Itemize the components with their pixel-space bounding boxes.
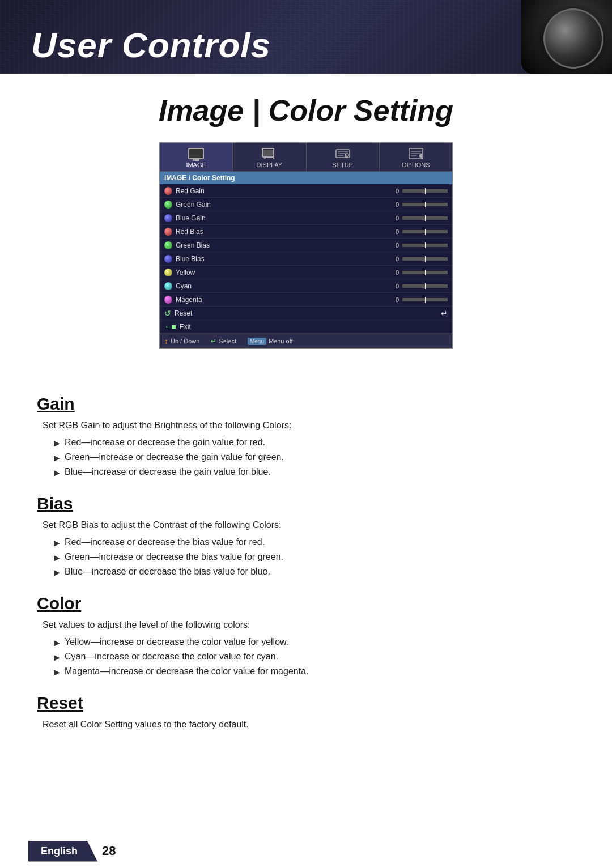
list-item: ▶ Red—increase or decrease the bias valu… xyxy=(54,537,575,547)
blue-gain-slider[interactable] xyxy=(402,216,448,220)
color-bullet-list: ▶ Yellow—increase or decrease the color … xyxy=(54,637,575,676)
camera-lens-decoration xyxy=(521,0,612,74)
list-item: ▶ Yellow—increase or decrease the color … xyxy=(54,637,575,647)
color-bullet-cyan: Cyan—increase or decrease the color valu… xyxy=(65,652,278,662)
menu-item-blue-gain[interactable]: Blue Gain 0 xyxy=(160,211,452,225)
list-item: ▶ Cyan—increase or decrease the color va… xyxy=(54,652,575,662)
menu-item-red-gain[interactable]: Red Gain 0 xyxy=(160,184,452,198)
red-gain-value: 0 xyxy=(388,188,399,194)
blue-gain-value: 0 xyxy=(388,215,399,222)
red-bias-value: 0 xyxy=(388,228,399,235)
color-title: Color xyxy=(37,594,575,613)
cyan-dot xyxy=(164,282,172,290)
bias-bullet-blue: Blue—increase or decrease the bias value… xyxy=(65,567,270,577)
menu-item-yellow[interactable]: Yellow 0 xyxy=(160,266,452,279)
cyan-label: Cyan xyxy=(176,282,388,290)
list-item: ▶ Magenta—increase or decrease the color… xyxy=(54,666,575,676)
green-bias-value: 0 xyxy=(388,242,399,249)
green-bias-dot xyxy=(164,241,172,249)
tab-options[interactable]: OPTIONS xyxy=(380,143,452,171)
gain-bullet-blue: Blue—increase or decrease the gain value… xyxy=(65,467,271,477)
blue-gain-label: Blue Gain xyxy=(176,214,388,222)
page-footer: English 28 xyxy=(0,834,612,868)
magenta-value: 0 xyxy=(388,296,399,303)
blue-bias-label: Blue Bias xyxy=(176,255,388,263)
list-item: ▶ Green—increase or decrease the gain va… xyxy=(54,452,575,462)
green-bias-label: Green Bias xyxy=(176,241,388,249)
tab-image[interactable]: IMAGE xyxy=(160,143,233,171)
svg-rect-1 xyxy=(264,150,273,156)
gain-bullet-green: Green—increase or decrease the gain valu… xyxy=(65,452,284,462)
magenta-dot xyxy=(164,296,172,304)
tab-display-label: DISPLAY xyxy=(257,161,283,168)
bias-intro: Set RGB Bias to adjust the Contrast of t… xyxy=(42,520,575,530)
menu-item-blue-bias[interactable]: Blue Bias 0 xyxy=(160,252,452,266)
red-gain-label: Red Gain xyxy=(176,187,388,195)
options-icon xyxy=(407,147,424,160)
bullet-arrow-icon: ▶ xyxy=(54,538,60,547)
green-gain-label: Green Gain xyxy=(176,201,388,209)
yellow-slider[interactable] xyxy=(402,271,448,274)
color-section: Color Set values to adjust the level of … xyxy=(37,594,575,676)
cyan-slider[interactable] xyxy=(402,284,448,288)
status-updown: ↕ Up / Down xyxy=(164,337,199,346)
tab-options-label: OPTIONS xyxy=(402,161,430,168)
tab-setup[interactable]: SETUP xyxy=(307,143,380,171)
reset-intro: Reset all Color Setting values to the fa… xyxy=(42,720,575,730)
red-bias-slider[interactable] xyxy=(402,230,448,233)
gain-bullet-red: Red—increase or decrease the gain value … xyxy=(65,437,265,448)
list-item: ▶ Green—increase or decrease the bias va… xyxy=(54,552,575,562)
tab-image-label: IMAGE xyxy=(186,161,206,168)
updown-arrow-icon: ↕ xyxy=(164,337,168,346)
bullet-arrow-icon: ▶ xyxy=(54,553,60,562)
reset-section: Reset Reset all Color Setting values to … xyxy=(37,693,575,730)
yellow-label: Yellow xyxy=(176,269,388,276)
green-gain-slider[interactable] xyxy=(402,203,448,206)
menu-item-green-bias[interactable]: Green Bias 0 xyxy=(160,239,452,252)
blue-bias-slider[interactable] xyxy=(402,257,448,261)
gain-section: Gain Set RGB Gain to adjust the Brightne… xyxy=(37,394,575,477)
bias-section: Bias Set RGB Bias to adjust the Contrast… xyxy=(37,494,575,577)
blue-bias-value: 0 xyxy=(388,256,399,262)
reset-label: Reset xyxy=(175,309,441,317)
page-title: User Controls xyxy=(31,25,271,65)
language-label: English xyxy=(41,845,78,857)
green-gain-value: 0 xyxy=(388,201,399,208)
list-item: ▶ Red—increase or decrease the gain valu… xyxy=(54,437,575,448)
gain-title: Gain xyxy=(37,394,575,414)
bias-bullet-green: Green—increase or decrease the bias valu… xyxy=(65,552,283,562)
magenta-slider[interactable] xyxy=(402,298,448,301)
green-bias-slider[interactable] xyxy=(402,244,448,247)
header-background: User Controls xyxy=(0,0,612,74)
bias-bullet-red: Red—increase or decrease the bias value … xyxy=(65,537,265,547)
bias-title: Bias xyxy=(37,494,575,513)
svg-point-7 xyxy=(346,155,347,156)
bullet-arrow-icon: ▶ xyxy=(54,439,60,448)
exit-icon: ←■ xyxy=(164,322,176,331)
list-item: ▶ Blue—increase or decrease the gain val… xyxy=(54,467,575,477)
menu-label: Menu xyxy=(248,338,266,345)
blue-bias-dot xyxy=(164,255,172,263)
menu-item-red-bias[interactable]: Red Bias 0 xyxy=(160,225,452,239)
menu-item-green-gain[interactable]: Green Gain 0 xyxy=(160,198,452,211)
red-gain-dot xyxy=(164,187,172,195)
red-bias-label: Red Bias xyxy=(176,228,388,236)
color-bullet-yellow: Yellow—increase or decrease the color va… xyxy=(65,637,288,647)
yellow-dot xyxy=(164,269,172,276)
status-menuoff: Menu Menu off xyxy=(248,337,293,346)
menu-status-bar: ↕ Up / Down ↵ Select Menu Menu off xyxy=(160,334,452,348)
reset-title: Reset xyxy=(37,693,575,713)
menu-item-exit[interactable]: ←■ Exit xyxy=(160,320,452,334)
menu-item-reset[interactable]: ↺ Reset ↵ xyxy=(160,307,452,320)
enter-arrow-icon: ↵ xyxy=(211,337,216,345)
tab-display[interactable]: DISPLAY xyxy=(233,143,306,171)
menu-section-header: IMAGE / Color Setting xyxy=(160,172,452,184)
menu-item-cyan[interactable]: Cyan 0 xyxy=(160,279,452,293)
content-area: Gain Set RGB Gain to adjust the Brightne… xyxy=(0,372,612,759)
magenta-label: Magenta xyxy=(176,296,388,304)
red-gain-slider[interactable] xyxy=(402,189,448,193)
menu-box: IMAGE DISPLAY xyxy=(159,142,453,349)
page-number: 28 xyxy=(102,844,116,858)
menu-item-magenta[interactable]: Magenta 0 xyxy=(160,293,452,307)
bullet-arrow-icon: ▶ xyxy=(54,638,60,647)
